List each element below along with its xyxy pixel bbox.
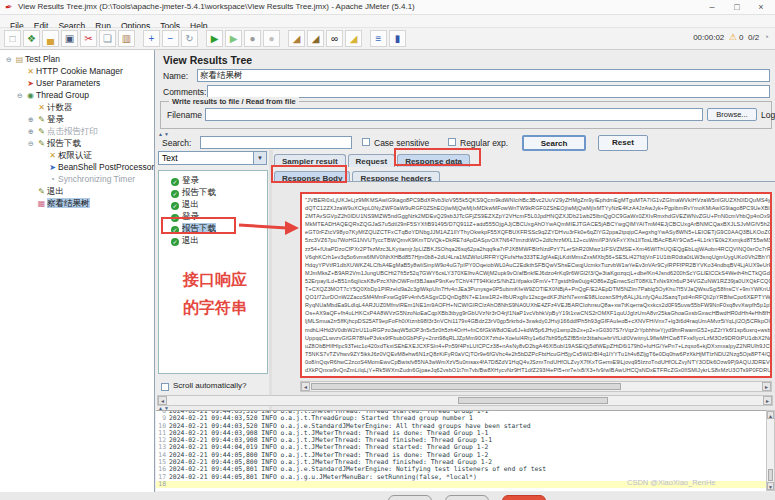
tree-item[interactable]: ▦察看结果树 [0,197,154,209]
response-body-area[interactable]: "JVBERi0xLjUKJeLjz9MKMSAwIG9iago8PC9BdXR… [300,192,772,378]
jmeter-window: ✒ View Results Tree.jmx (D:\Tools\apache… [0,0,775,500]
tree-item[interactable]: ⊖✎报告下载 [0,137,154,149]
start-no-pauses-icon[interactable]: ▶ [225,30,242,47]
scrollbar-thumb[interactable] [768,469,773,481]
new-file-icon[interactable]: □ [4,30,21,47]
filename-label: Filename [167,110,202,120]
partial-button-1 [388,495,432,500]
tree-item[interactable]: ⊕✎点击报告打印 [0,125,154,137]
regular-exp-checkbox[interactable] [448,138,456,146]
scroll-down-icon[interactable]: ▼ [767,482,774,490]
scroll-left-icon[interactable]: ◄ [158,396,167,405]
tab-sampler-result[interactable]: Sampler result [274,154,346,167]
tree-item[interactable]: ⊕✎登录 [0,113,154,125]
success-shield-icon: ✓ [171,190,179,198]
toggle-icon[interactable]: ↻ [181,30,198,47]
groupbox-legend: Write results to file / Read from file [169,97,299,106]
scrollbar-thumb[interactable] [311,383,621,390]
tree-toggle-icon[interactable]: ⊖ [4,54,14,66]
scroll-automatically-label: Scroll automatically? [173,381,246,390]
scrollbar-thumb[interactable] [458,397,608,404]
tree-item[interactable]: ➤BeanShell PostProcessor [0,161,154,173]
tree-item[interactable]: ✎退出 [0,185,154,197]
tab-response-data[interactable]: Response data [397,154,470,167]
browse-button[interactable]: Browse... [707,108,757,121]
success-shield-icon: ✓ [171,238,179,246]
tree-toggle-icon[interactable]: ⊖ [26,138,36,150]
tree-item[interactable]: ✕HTTP Cookie Manager [0,65,154,77]
success-shield-icon: ✓ [171,202,179,210]
page-title: View Results Tree [163,54,252,66]
shutdown-icon[interactable]: ● [263,30,280,47]
listener-icon: ▦ [36,198,47,210]
warning-count: 0 [739,33,743,42]
partial-button-2 [445,495,489,500]
stop-icon[interactable]: ● [244,30,261,47]
success-shield-icon: ✓ [171,214,179,222]
title-bar: ✒ View Results Tree.jmx (D:\Tools\apache… [0,0,775,15]
success-shield-icon: ✓ [171,178,179,186]
paste-icon[interactable]: ▥ [118,30,135,47]
tab-request[interactable]: Request [348,154,396,167]
scroll-up-icon[interactable]: ▲ [767,411,774,419]
success-shield-icon: ✓ [171,226,179,234]
search-button[interactable]: Search [522,135,586,151]
scroll-automatically-checkbox[interactable] [161,383,169,391]
tree-item[interactable]: ⊖◉Thread Group [0,89,154,101]
toolbar-status: 00:00:02 ⚠ 0 0/2 ◔ [693,32,769,42]
tree-item[interactable]: ✕权限认证 [0,149,154,161]
function-helper-icon[interactable]: ≡ [370,30,387,47]
tree-item[interactable]: ✕计数器 [0,101,154,113]
filename-field[interactable] [205,108,703,121]
result-item[interactable]: ✓登录 [159,174,267,186]
case-sensitive-label: Case sensitive [374,138,429,148]
main-h-scrollbar[interactable]: ◄ ► [157,395,773,406]
clear-all-icon[interactable]: ◢ [307,30,324,47]
tree-toggle-icon[interactable]: ⊖ [15,90,25,102]
save-icon[interactable]: ▣ [61,30,78,47]
result-item[interactable]: ✓报告下载 [159,186,267,198]
chevron-down-icon[interactable]: ▼ [253,152,266,164]
elapsed-time: 00:00:02 [693,33,724,42]
start-icon[interactable]: ▶ [206,30,223,47]
tree-item[interactable]: ⊖▤Test Plan [0,53,154,65]
copy-icon[interactable]: ❏ [99,30,116,47]
toolbar: □❖▄▣✂❏▥+−↻▶▶●●◢◢∞◢≡▮ 00:00:02 ⚠ 0 0/2 ◔ [0,28,775,50]
templates-icon[interactable]: ❖ [23,30,40,47]
minimize-button[interactable]: – [701,1,723,14]
scroll-left-icon[interactable]: ◄ [301,382,310,391]
cut-icon[interactable]: ✂ [80,30,97,47]
case-sensitive-checkbox[interactable] [362,138,370,146]
comments-label: Comments: [163,87,206,97]
regular-exp-label: Regular exp. [460,138,508,148]
annotation-text-line2: 的字符串 [183,294,247,321]
log-v-scrollbar[interactable]: ▲ ▼ [766,410,775,491]
result-item[interactable]: ✓退出 [159,198,267,210]
add-icon[interactable]: + [143,30,160,47]
clear-icon[interactable]: ◢ [288,30,305,47]
response-h-scrollbar[interactable]: ◄ ► [300,381,772,392]
search-icon[interactable]: ∞ [326,30,343,47]
search-label: Search: [162,138,191,148]
remove-icon[interactable]: − [162,30,179,47]
open-icon[interactable]: ▄ [42,30,59,47]
tree-item[interactable]: ➤User Parameters [0,77,154,89]
watermark: CSDN @XiaoXiao_RenHe [627,478,716,487]
close-button[interactable]: × [750,1,772,14]
search-reset-icon[interactable]: ◢ [345,30,362,47]
name-field[interactable]: 察看结果树 [197,69,770,82]
warning-icon[interactable]: ⚠ [729,32,737,42]
view-mode-select[interactable]: Text ▼ [158,151,267,165]
scroll-right-icon[interactable]: ► [763,396,772,405]
partial-button-3 [502,495,546,500]
bottom-strip [0,492,775,500]
log-display-label: Log/Disp [761,110,775,120]
reset-button[interactable]: Reset [598,135,648,151]
maximize-button[interactable]: □ [726,1,748,14]
help-icon[interactable]: ▮ [389,30,406,47]
tree-item[interactable]: ◔Synchronizing Timer [0,173,154,185]
write-results-groupbox: Write results to file / Read from file F… [160,101,772,129]
splitter-handle-top[interactable]: ▲▼ [158,131,170,137]
scroll-right-icon[interactable]: ► [762,382,771,391]
search-input[interactable] [200,136,352,149]
